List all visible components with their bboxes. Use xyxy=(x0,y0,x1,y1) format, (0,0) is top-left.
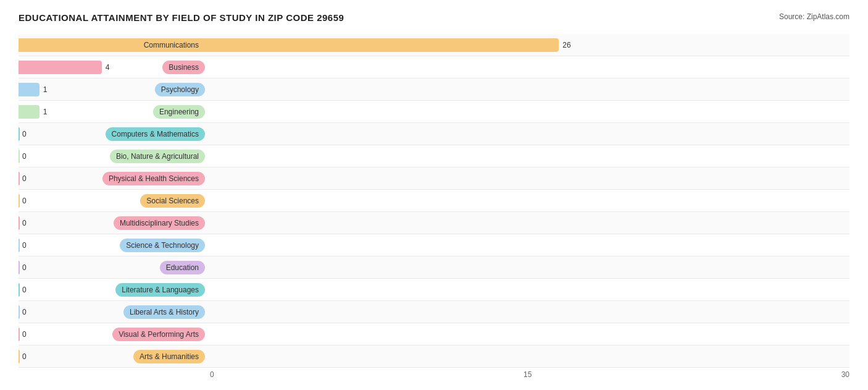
bar-value-label: 0 xyxy=(22,197,27,205)
bar-fill xyxy=(19,283,20,297)
bar-value-label: 0 xyxy=(22,174,27,183)
bar-row: Education0 xyxy=(19,256,849,279)
bar-label-pill: Bio, Nature & Agricultural xyxy=(110,150,205,163)
bar-fill xyxy=(19,194,20,208)
bar-row: Engineering1 xyxy=(19,101,849,123)
bar-row: Physical & Health Sciences0 xyxy=(19,167,849,190)
bar-value-label: 0 xyxy=(22,241,27,250)
bar-label-pill: Engineering xyxy=(153,105,205,119)
bar-value-label: 0 xyxy=(22,219,27,227)
x-axis: 01530 xyxy=(19,370,849,379)
bar-fill xyxy=(19,350,20,363)
bar-value-label: 0 xyxy=(22,263,27,272)
bar-fill xyxy=(19,127,20,141)
x-axis-label: 15 xyxy=(524,370,532,379)
bar-fill xyxy=(19,83,40,96)
bar-value-label: 1 xyxy=(43,108,48,116)
x-axis-label: 30 xyxy=(841,370,849,379)
bar-value-label: 4 xyxy=(106,63,110,72)
bar-fill xyxy=(19,105,40,119)
bar-label-pill: Education xyxy=(160,261,205,274)
bar-row: Visual & Performing Arts0 xyxy=(19,323,849,345)
bar-label-pill: Physical & Health Sciences xyxy=(102,172,205,185)
bar-row: Multidisciplinary Studies0 xyxy=(19,212,849,234)
bar-label-pill: Literature & Languages xyxy=(115,283,205,297)
x-axis-label: 0 xyxy=(210,370,214,379)
bar-fill xyxy=(19,239,20,252)
chart-title: EDUCATIONAL ATTAINMENT BY FIELD OF STUDY… xyxy=(19,12,344,23)
bar-fill xyxy=(19,172,20,185)
bar-row: Social Sciences0 xyxy=(19,190,849,212)
bar-row: Psychology1 xyxy=(19,78,849,101)
bar-row: Liberal Arts & History0 xyxy=(19,301,849,323)
bar-label-pill: Multidisciplinary Studies xyxy=(114,216,205,230)
bar-label-pill: Psychology xyxy=(155,83,205,96)
bar-value-label: 0 xyxy=(22,286,27,294)
bar-row: Business4 xyxy=(19,56,849,78)
bar-value-label: 0 xyxy=(22,352,27,361)
bar-row: Science & Technology0 xyxy=(19,234,849,256)
bar-label-pill: Arts & Humanities xyxy=(133,350,205,363)
bar-label-pill: Science & Technology xyxy=(120,239,205,252)
bar-value-label: 0 xyxy=(22,152,27,161)
chart-area: Communications26Business4Psychology1Engi… xyxy=(19,34,849,368)
bar-fill xyxy=(19,261,20,274)
bar-fill xyxy=(19,150,20,163)
bar-fill xyxy=(19,61,102,74)
bar-row: Literature & Languages0 xyxy=(19,279,849,301)
bar-label-pill: Visual & Performing Arts xyxy=(112,328,205,341)
bar-row: Communications26 xyxy=(19,34,849,56)
bar-label-pill: Social Sciences xyxy=(140,194,205,208)
bar-fill xyxy=(19,328,20,341)
bar-value-label: 0 xyxy=(22,308,27,316)
bar-row: Bio, Nature & Agricultural0 xyxy=(19,145,849,167)
bar-row: Arts & Humanities0 xyxy=(19,345,849,368)
bar-value-label: 0 xyxy=(22,330,27,339)
bar-fill xyxy=(19,38,559,52)
bar-fill xyxy=(19,216,20,230)
source-label: Source: ZipAtlas.com xyxy=(779,12,849,21)
bar-value-label: 1 xyxy=(43,85,48,94)
bar-label-pill: Business xyxy=(162,61,205,74)
bar-row: Computers & Mathematics0 xyxy=(19,123,849,145)
bar-value-label: 0 xyxy=(22,130,27,138)
bar-label-pill: Computers & Mathematics xyxy=(106,127,205,141)
bar-label-pill: Liberal Arts & History xyxy=(123,305,205,319)
bar-value-label: 26 xyxy=(562,41,570,49)
bar-fill xyxy=(19,305,20,319)
